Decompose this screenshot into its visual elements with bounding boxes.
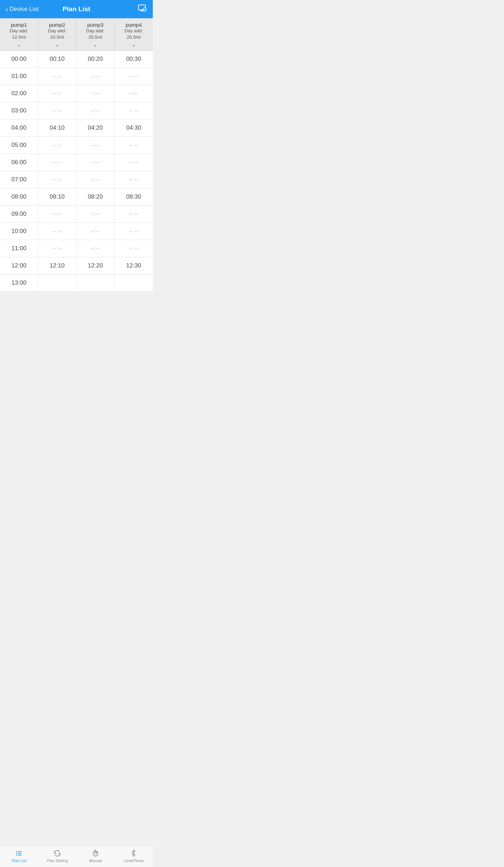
table-cell[interactable]: 10:00 <box>0 223 38 240</box>
table-row[interactable]: 12:0012:1012:2012:30 <box>0 257 153 274</box>
pump4-day-add-line2: 20.5ml <box>127 34 140 40</box>
table-cell[interactable]: 06:00 <box>0 154 38 171</box>
pump3-chevron-icon: ⌄ <box>93 42 97 47</box>
table-cell[interactable]: --:-- <box>38 102 77 119</box>
table-cell[interactable]: --:-- <box>114 206 153 222</box>
table-row[interactable]: 01:00--:----:----:-- <box>0 68 153 85</box>
table-cell[interactable]: --:-- <box>77 171 115 188</box>
table-cell[interactable]: --:-- <box>114 68 153 85</box>
table-row[interactable]: 03:00--:----:----:-- <box>0 102 153 119</box>
table-cell[interactable]: 12:00 <box>0 257 38 274</box>
table-cell[interactable]: --:-- <box>77 154 115 171</box>
table-cell[interactable]: --:-- <box>38 137 77 154</box>
pump4-day-add-line1: Day add: <box>125 28 143 34</box>
table-row[interactable]: 00:0000:1000:2000:30 <box>0 51 153 68</box>
pump1-chevron-icon: ⌄ <box>17 42 21 47</box>
table-cell[interactable]: 08:00 <box>0 188 38 205</box>
table-row[interactable]: 02:00--:----:----:-- <box>0 85 153 102</box>
table-cell[interactable]: 03:00 <box>0 102 38 119</box>
table-cell[interactable]: 08:20 <box>77 188 115 205</box>
table-cell[interactable]: --:-- <box>77 240 115 257</box>
table-cell[interactable]: 12:10 <box>38 257 77 274</box>
screen-check-icon[interactable] <box>137 3 147 15</box>
table-cell[interactable]: 12:30 <box>114 257 153 274</box>
page-title: Plan List <box>63 5 90 13</box>
table-cell[interactable]: --:-- <box>114 240 153 257</box>
table-row[interactable]: 07:00--:----:----:-- <box>0 171 153 188</box>
table-cell[interactable]: --:-- <box>77 223 115 240</box>
pump4-chevron-icon: ⌄ <box>132 42 136 47</box>
table-cell[interactable]: 05:00 <box>0 137 38 154</box>
table-cell[interactable]: --:-- <box>38 240 77 257</box>
pump4-name: pump4 <box>126 22 142 28</box>
table-cell[interactable]: 13:00 <box>0 274 38 291</box>
pump1-day-add-line2: 12.0ml <box>12 34 26 40</box>
table-row[interactable]: 10:00--:----:----:-- <box>0 223 153 240</box>
table-cell[interactable]: --:-- <box>114 154 153 171</box>
table-cell[interactable]: --:-- <box>38 223 77 240</box>
table-cell[interactable]: --:-- <box>77 68 115 85</box>
table-cell[interactable]: --:-- <box>77 206 115 222</box>
table-cell[interactable]: 12:20 <box>77 257 115 274</box>
table-row[interactable]: 06:00--:----:----:-- <box>0 154 153 171</box>
table-cell[interactable]: --:-- <box>38 68 77 85</box>
table-cell[interactable]: --:-- <box>77 137 115 154</box>
table-cell[interactable]: 00:20 <box>77 51 115 67</box>
table-cell[interactable]: --:-- <box>77 102 115 119</box>
table-cell[interactable]: --:-- <box>114 85 153 102</box>
table-cell[interactable]: 04:00 <box>0 119 38 136</box>
table-cell[interactable]: --:-- <box>77 85 115 102</box>
schedule-table: 00:0000:1000:2000:3001:00--:----:----:--… <box>0 51 153 292</box>
col-header-pump4[interactable]: pump4 Day add: 20.5ml ⌄ <box>114 18 153 50</box>
table-cell[interactable]: 00:00 <box>0 51 38 67</box>
table-cell[interactable]: 11:00 <box>0 240 38 257</box>
table-cell[interactable]: --:-- <box>114 223 153 240</box>
back-arrow-icon: ‹ <box>6 5 8 13</box>
col-header-pump2[interactable]: pump2 Day add: 20.5ml ⌄ <box>38 18 77 50</box>
table-row[interactable]: 11:00--:----:----:-- <box>0 240 153 257</box>
table-cell[interactable]: --:-- <box>38 154 77 171</box>
pump3-day-add-line2: 20.5ml <box>89 34 102 40</box>
table-cell[interactable] <box>114 274 153 291</box>
table-row[interactable]: 09:00--:----:----:-- <box>0 206 153 223</box>
pump3-name: pump3 <box>87 22 103 28</box>
table-cell[interactable]: --:-- <box>38 85 77 102</box>
back-button[interactable]: ‹ Device List <box>6 5 39 13</box>
pump1-day-add-line1: Day add: <box>10 28 28 34</box>
table-cell[interactable]: --:-- <box>38 206 77 222</box>
table-cell[interactable]: 04:30 <box>114 119 153 136</box>
table-row[interactable]: 08:0008:1008:2008:30 <box>0 188 153 206</box>
table-cell[interactable]: 02:00 <box>0 85 38 102</box>
pump2-chevron-icon: ⌄ <box>55 42 59 47</box>
col-header-pump1[interactable]: pump1 Day add: 12.0ml ⌄ <box>0 18 38 50</box>
table-row[interactable]: 05:00--:----:----:-- <box>0 137 153 154</box>
table-cell[interactable]: --:-- <box>114 171 153 188</box>
table-cell[interactable]: 09:00 <box>0 206 38 222</box>
table-cell[interactable] <box>77 274 115 291</box>
table-cell[interactable]: 00:10 <box>38 51 77 67</box>
table-cell[interactable]: 00:30 <box>114 51 153 67</box>
column-headers: pump1 Day add: 12.0ml ⌄ pump2 Day add: 2… <box>0 18 153 51</box>
header: ‹ Device List Plan List <box>0 0 153 18</box>
table-cell[interactable]: 01:00 <box>0 68 38 85</box>
table-row[interactable]: 13:00 <box>0 274 153 292</box>
table-cell[interactable]: 07:00 <box>0 171 38 188</box>
pump3-day-add-line1: Day add: <box>86 28 104 34</box>
table-cell[interactable]: 08:30 <box>114 188 153 205</box>
table-cell[interactable]: --:-- <box>38 171 77 188</box>
table-cell[interactable]: 08:10 <box>38 188 77 205</box>
pump2-day-add-line1: Day add: <box>48 28 66 34</box>
table-cell[interactable] <box>38 274 77 291</box>
col-header-pump3[interactable]: pump3 Day add: 20.5ml ⌄ <box>77 18 115 50</box>
pump2-day-add-line2: 20.5ml <box>50 34 64 40</box>
table-cell[interactable]: --:-- <box>114 102 153 119</box>
pump1-name: pump1 <box>11 22 27 28</box>
table-cell[interactable]: --:-- <box>114 137 153 154</box>
table-cell[interactable]: 04:20 <box>77 119 115 136</box>
table-cell[interactable]: 04:10 <box>38 119 77 136</box>
back-label: Device List <box>9 6 39 13</box>
pump2-name: pump2 <box>49 22 65 28</box>
table-row[interactable]: 04:0004:1004:2004:30 <box>0 119 153 137</box>
